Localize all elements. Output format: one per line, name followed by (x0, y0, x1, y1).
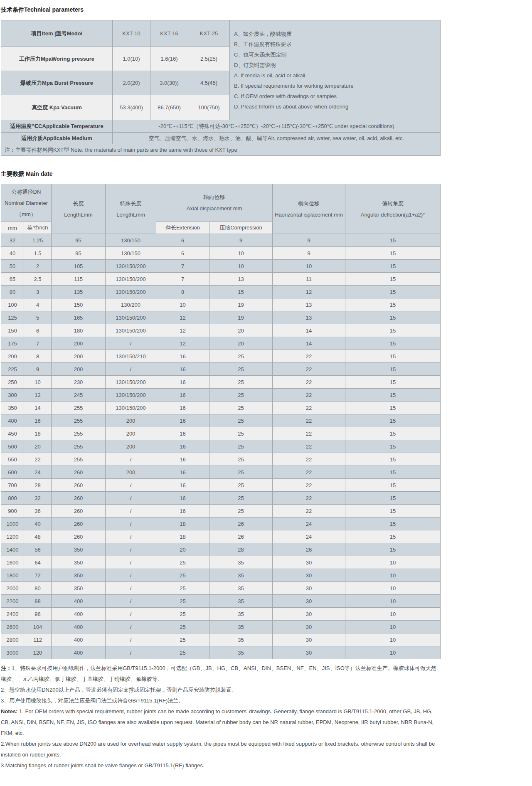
table-cell: 14 (24, 402, 52, 414)
table-cell: 3.0(30)) (150, 71, 188, 95)
table-cell: 130/150/200 (106, 324, 156, 337)
table-cell: / (106, 595, 156, 608)
table-cell: 15 (345, 440, 441, 453)
table-cell: 3000 (1, 646, 24, 659)
table-cell: 22 (273, 466, 345, 479)
table-cell: 40 (24, 517, 52, 530)
table-cell: 2.5 (24, 273, 52, 286)
table-cell: 260 (52, 530, 106, 543)
table-cell: 10 (345, 621, 441, 633)
main-table-body: 321.2595130/15069915401.595130/150610915… (1, 234, 441, 659)
table-cell: 255 (52, 414, 106, 427)
medium-label: 适用介质Applicable Medium (1, 133, 113, 144)
table-row: 项目Item |型号Medol KXT-10 KXT-16 KXT-25 A、如… (1, 20, 441, 47)
table-cell: 25 (209, 350, 273, 363)
table-cell: 200 (106, 427, 156, 440)
table-cell: 180 (52, 324, 106, 337)
table-cell: 2200 (1, 595, 24, 608)
remark-line: A、如介质油，酸碱物质 (234, 29, 436, 39)
table-cell: 200 (106, 466, 156, 479)
table-cell: 400 (52, 633, 106, 646)
note-paragraph: Notes: 1. For OEM orders with special re… (1, 706, 440, 739)
compression-subheader: 压缩Compression (209, 222, 273, 234)
table-cell: 16 (156, 479, 209, 492)
table-cell: 1400 (1, 543, 24, 556)
table-cell: 22 (273, 492, 345, 505)
table-cell: 10 (345, 569, 441, 582)
table-cell: 35 (209, 633, 273, 646)
table-cell: 22 (273, 402, 345, 414)
table-cell: 15 (345, 363, 441, 376)
table-cell: 25 (209, 466, 273, 479)
table-cell: 9 (24, 363, 52, 376)
table-row: 1757200/12201415 (1, 337, 441, 350)
note-text: 2.When rubber joints size above DN200 ar… (1, 741, 435, 758)
table-cell: 80 (1, 286, 24, 298)
table-row: 1004150130/20010191315 (1, 298, 441, 311)
table-row: 200080350/25353010 (1, 582, 441, 595)
table-header-row: 公称通径DN Nominal Diameter （mm） 长度 LengthLm… (1, 184, 441, 222)
note-paragraph: 注：1、特殊要求可按用户图纸制作，法兰标准采用GB/T9115.1-2000，可… (1, 663, 440, 685)
table-cell: / (106, 646, 156, 659)
table-row: 100040260/18262415 (1, 517, 441, 530)
table-cell: 100(750) (188, 95, 230, 120)
table-cell: 230 (52, 376, 106, 389)
table-cell: 16 (156, 453, 209, 466)
table-cell: 165 (52, 311, 106, 324)
table-cell: 14 (273, 337, 345, 350)
table-cell: 10 (345, 556, 441, 569)
table-cell: 130/200 (106, 298, 156, 311)
table-cell: 350 (1, 402, 24, 414)
table-cell: / (106, 621, 156, 633)
table-cell: 100 (1, 298, 24, 311)
table-cell: 25 (209, 427, 273, 440)
model-kxt10: KXT-10 (113, 20, 150, 47)
table-cell: / (106, 479, 156, 492)
table-cell: 95 (52, 234, 106, 247)
table-cell: 9 (273, 234, 345, 247)
table-cell: 22 (273, 414, 345, 427)
table-cell: 16 (156, 440, 209, 453)
table-cell: 130/150 (106, 247, 156, 260)
table-cell: 22 (273, 363, 345, 376)
table-cell: 15 (345, 286, 441, 298)
table-cell: / (106, 530, 156, 543)
table-cell: 88 (24, 595, 52, 608)
table-cell: 30 (273, 646, 345, 659)
table-row: 35014255130/150/20016252215 (1, 402, 441, 414)
table-cell: 95 (52, 247, 106, 260)
remark-line: D、订货时需说明 (234, 60, 436, 70)
table-cell: 18 (156, 517, 209, 530)
table-cell: 130/150/200 (106, 402, 156, 414)
table-cell: 12 (156, 311, 209, 324)
table-cell: 12 (273, 286, 345, 298)
tech-table-note: 注：主要零件材料同KXT型 Note: the materials of mai… (1, 144, 441, 156)
note-prefix: 注： (1, 665, 12, 671)
table-cell: 350 (52, 556, 106, 569)
item-model-header: 项目Item |型号Medol (1, 20, 113, 47)
table-cell: 15 (345, 234, 441, 247)
table-cell: 16 (156, 376, 209, 389)
table-cell: 25 (156, 556, 209, 569)
table-cell: 96 (24, 608, 52, 621)
table-cell: 7 (156, 273, 209, 286)
table-cell: 130/150 (106, 234, 156, 247)
table-cell: 13 (209, 273, 273, 286)
model-kxt16: KXT-16 (150, 20, 188, 47)
table-cell: 15 (345, 543, 441, 556)
table-cell: 28 (209, 543, 273, 556)
footer-notes: 注：1、特殊要求可按用户图纸制作，法兰标准采用GB/T9115.1-2000，可… (1, 663, 440, 771)
table-cell: 86.7(650) (150, 95, 188, 120)
table-cell: / (106, 633, 156, 646)
table-cell: 1600 (1, 556, 24, 569)
table-row: 4501825520016252215 (1, 427, 441, 440)
table-cell: 800 (1, 492, 24, 505)
table-cell: 35 (209, 582, 273, 595)
table-cell: 15 (345, 376, 441, 389)
table-cell: 22 (273, 479, 345, 492)
table-cell: 25 (209, 505, 273, 517)
table-cell: / (106, 453, 156, 466)
table-cell: 30 (273, 569, 345, 582)
table-cell: 35 (209, 621, 273, 633)
table-cell: 1800 (1, 569, 24, 582)
